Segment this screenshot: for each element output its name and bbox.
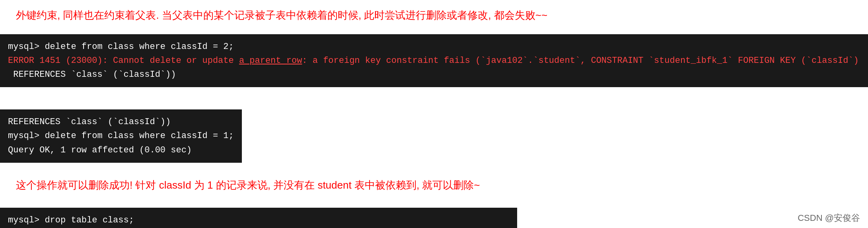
spacer-3: [0, 98, 868, 106]
code-line-3: REFERENCES `class` (`classId`)): [8, 70, 176, 80]
code-error-line: ERROR 1451 (23000): Cannot delete or upd…: [8, 56, 859, 66]
code2-line3: Query OK, 1 row affected (0.00 sec): [8, 145, 192, 155]
code-line-1: mysql> delete from class where classId =…: [8, 42, 234, 52]
spacer-4: [0, 166, 868, 174]
error-part1: ERROR 1451 (23000): Cannot delete or upd…: [8, 56, 239, 66]
watermark: CSDN @安俊谷: [798, 212, 860, 224]
error-underline: a parent row: [239, 56, 302, 66]
error-part2: : a foreign key constraint fails (`java1…: [302, 56, 858, 66]
page-container: 外键约束, 同样也在约束着父表. 当父表中的某个记录被子表中依赖着的时候, 此时…: [0, 0, 868, 228]
header-text: 外键约束, 同样也在约束着父表. 当父表中的某个记录被子表中依赖着的时候, 此时…: [0, 4, 868, 27]
code2-line1: REFERENCES `class` (`classId`)): [8, 117, 171, 127]
middle-label: 这个操作就可以删除成功! 针对 classId 为 1 的记录来说, 并没有在 …: [16, 179, 480, 191]
header-label: 外键约束, 同样也在约束着父表. 当父表中的某个记录被子表中依赖着的时候, 此时…: [16, 9, 547, 21]
spacer-2: [0, 90, 868, 98]
code-block-1: mysql> delete from class where classId =…: [0, 34, 868, 88]
code3-line1: mysql> drop table class;: [8, 215, 134, 225]
code2-line2: mysql> delete from class where classId =…: [8, 131, 234, 141]
code-block-2: REFERENCES `class` (`classId`)) mysql> d…: [0, 109, 242, 163]
spacer-5: [0, 197, 868, 205]
code-block-3: mysql> drop table class; ERROR 1217 (230…: [0, 208, 517, 228]
middle-text: 这个操作就可以删除成功! 针对 classId 为 1 的记录来说, 并没有在 …: [0, 174, 868, 197]
spacer-1: [0, 27, 868, 31]
